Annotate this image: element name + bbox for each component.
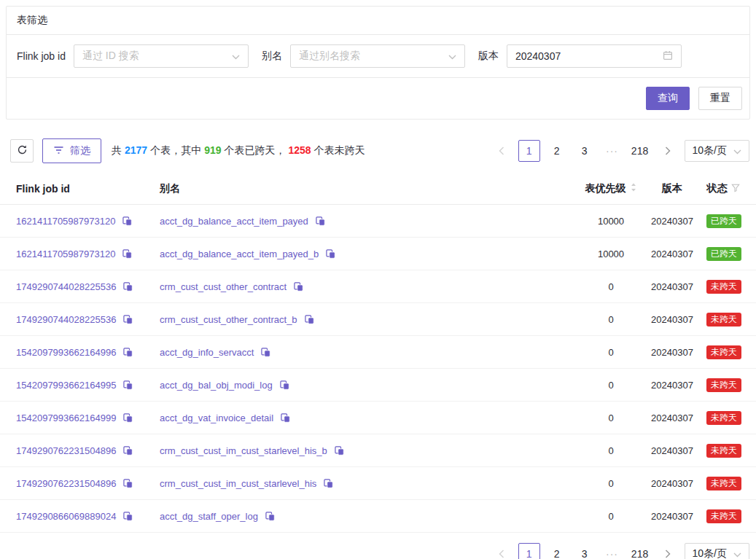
flink-job-id-label: Flink job id [17, 50, 66, 62]
query-button[interactable]: 查询 [646, 87, 690, 110]
version-date-input[interactable]: 20240307 [507, 44, 682, 68]
version-cell: 20240307 [638, 281, 706, 292]
copy-icon[interactable] [123, 512, 133, 521]
table-row: 1542097993662164996 acct_dg_info_servacc… [0, 336, 756, 369]
flink-job-id-link[interactable]: 1621411705987973120 [16, 249, 115, 259]
refresh-button[interactable] [10, 139, 34, 163]
copy-icon[interactable] [281, 413, 290, 423]
copy-icon[interactable] [261, 348, 270, 357]
copy-icon[interactable] [123, 479, 133, 488]
alias-link[interactable]: crm_cust_cust_other_contract_b [160, 314, 297, 325]
alias-cell: acct_dg_staff_oper_log [160, 510, 584, 522]
column-header-priority[interactable]: 表优先级 [584, 182, 638, 195]
page-button-218[interactable]: 218 [629, 140, 651, 162]
reset-button[interactable]: 重置 [698, 87, 742, 110]
copy-icon[interactable] [305, 315, 314, 324]
page-button-2[interactable]: 2 [546, 140, 568, 162]
page-button-1[interactable]: 1 [518, 140, 540, 162]
copy-icon[interactable] [265, 512, 275, 521]
flink-job-id-link[interactable]: 1749290866069889024 [16, 511, 116, 522]
page-button-1[interactable]: 1 [518, 543, 540, 559]
flink-job-id-link[interactable]: 1749290762231504896 [16, 478, 116, 489]
next-page-button[interactable] [657, 140, 679, 162]
page-button-3[interactable]: 3 [574, 140, 596, 162]
alias-link[interactable]: acct_dg_bal_obj_modi_log [160, 380, 273, 391]
page-button-218[interactable]: 218 [629, 543, 651, 559]
table-row: 1749290744028225536 crm_cust_cust_other_… [0, 270, 756, 303]
version-cell: 20240307 [638, 445, 706, 456]
flink-job-id-link[interactable]: 1542097993662164996 [16, 347, 116, 358]
alias-link[interactable]: crm_cust_cust_other_contract [160, 281, 287, 292]
top-pagination: 123···218 10条/页 [485, 140, 749, 162]
copy-icon[interactable] [123, 413, 133, 423]
copy-icon[interactable] [123, 380, 133, 390]
alias-link[interactable]: acct_dg_balance_acct_item_payed_b [160, 249, 319, 259]
page-ellipsis[interactable]: ··· [601, 543, 623, 559]
version-cell: 20240307 [638, 347, 706, 358]
flink-job-id-select[interactable]: 通过 ID 搜索 [74, 44, 249, 68]
copy-icon[interactable] [123, 446, 133, 456]
filter-button[interactable]: 筛选 [42, 138, 101, 163]
copy-icon[interactable] [122, 249, 132, 259]
page-ellipsis[interactable]: ··· [601, 140, 623, 162]
column-header-version: 版本 [638, 182, 706, 195]
version-cell: 20240307 [638, 478, 706, 489]
alias-cell: crm_cust_cust_other_contract [160, 281, 584, 292]
flink-job-id-cell: 1749290762231504896 [16, 477, 160, 489]
alias-link[interactable]: crm_cust_cust_im_cust_starlevel_his [160, 478, 316, 489]
copy-icon[interactable] [123, 348, 133, 357]
column-header-alias: 别名 [160, 182, 584, 195]
sorter-icon[interactable] [630, 182, 637, 195]
crossed-count: 919 [204, 144, 221, 156]
copy-icon[interactable] [123, 315, 133, 324]
status-badge: 未跨天 [706, 313, 741, 327]
version-cell: 20240307 [638, 249, 706, 259]
page-button-2[interactable]: 2 [546, 543, 568, 559]
flink-job-id-cell: 1542097993662164995 [16, 379, 160, 391]
page-button-3[interactable]: 3 [574, 543, 596, 559]
table-row: 1749290762231504896 crm_cust_cust_im_cus… [0, 467, 756, 500]
flink-job-id-cell: 1749290762231504896 [16, 445, 160, 456]
alias-link[interactable]: crm_cust_cust_im_cust_starlevel_his_b [160, 445, 327, 456]
alias-cell: crm_cust_cust_im_cust_starlevel_his_b [160, 445, 584, 456]
copy-icon[interactable] [122, 216, 132, 226]
alias-select[interactable]: 通过别名搜索 [290, 44, 465, 68]
prev-page-button[interactable] [491, 140, 513, 162]
next-page-button[interactable] [657, 543, 679, 559]
copy-icon[interactable] [123, 282, 133, 292]
copy-icon[interactable] [324, 479, 333, 488]
prev-page-button[interactable] [491, 543, 513, 559]
version-label: 版本 [478, 50, 499, 63]
flink-job-id-link[interactable]: 1749290744028225536 [16, 281, 116, 292]
flink-job-id-link[interactable]: 1749290762231504896 [16, 445, 116, 456]
table-footer: 123···218 10条/页 [10, 543, 749, 559]
copy-icon[interactable] [326, 249, 335, 259]
status-cell: 未跨天 [706, 378, 740, 392]
copy-icon[interactable] [294, 282, 303, 292]
status-badge: 未跨天 [706, 444, 741, 458]
alias-link[interactable]: acct_dg_vat_invoice_detail [160, 413, 273, 423]
copy-icon[interactable] [335, 446, 344, 456]
filter-group-flink-job: Flink job id 通过 ID 搜索 [17, 44, 249, 68]
status-cell: 未跨天 [706, 313, 740, 327]
alias-link[interactable]: acct_dg_staff_oper_log [160, 511, 258, 522]
version-cell: 20240307 [638, 380, 706, 391]
page-size-select[interactable]: 10条/页 [685, 543, 749, 559]
page-size-select[interactable]: 10条/页 [685, 140, 749, 162]
priority-cell: 0 [584, 445, 638, 456]
summary-text: 个表，其中 [150, 144, 201, 156]
flink-job-id-link[interactable]: 1542097993662164995 [16, 380, 116, 391]
flink-job-id-link[interactable]: 1542097993662164999 [16, 413, 116, 423]
copy-icon[interactable] [316, 216, 325, 226]
flink-job-id-cell: 1749290744028225536 [16, 281, 160, 292]
flink-job-id-link[interactable]: 1621411705987973120 [16, 216, 115, 227]
priority-header-label: 表优先级 [585, 182, 626, 195]
alias-link[interactable]: acct_dg_balance_acct_item_payed [160, 216, 308, 227]
alias-cell: crm_cust_cust_im_cust_starlevel_his [160, 477, 584, 489]
alias-link[interactable]: acct_dg_info_servacct [160, 347, 254, 358]
total-count: 2177 [125, 144, 147, 156]
copy-icon[interactable] [280, 380, 289, 390]
funnel-filter-icon[interactable] [731, 183, 740, 195]
bottom-pagination: 123···218 10条/页 [485, 543, 749, 559]
flink-job-id-link[interactable]: 1749290744028225536 [16, 314, 116, 325]
